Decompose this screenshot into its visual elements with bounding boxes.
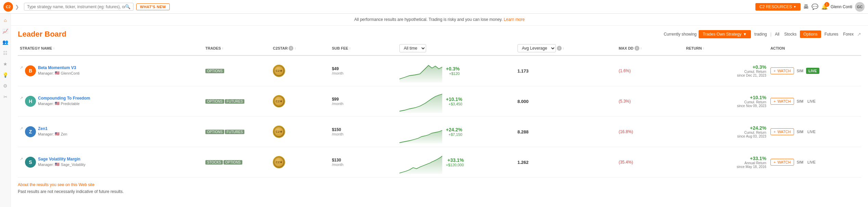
strategy-name-link[interactable]: Zen1 xyxy=(38,126,67,131)
max-dd-value: (16.8%) xyxy=(618,129,633,134)
manager-label: Manager: xyxy=(38,163,54,167)
external-link-icon[interactable]: ↗ xyxy=(20,126,23,131)
monitor-icon[interactable]: 🖶 xyxy=(803,4,809,10)
sidebar-item-star[interactable]: ★ xyxy=(2,60,9,68)
search-input[interactable] xyxy=(27,4,125,9)
col-strategy-name: STRATEGY NAME ↕ xyxy=(18,41,203,55)
watch-button[interactable]: + WATCH xyxy=(770,67,794,74)
manager-label: Manager: xyxy=(38,132,54,136)
sort-subfee-icon[interactable]: ↕ xyxy=(349,47,351,50)
maxdd-info-icon[interactable]: i xyxy=(635,46,639,51)
live-badge[interactable]: LIVE xyxy=(806,68,819,74)
live-button[interactable]: LIVE xyxy=(806,159,817,165)
manager-name: Predictable xyxy=(61,102,79,106)
sidebar-item-settings[interactable]: ⚙ xyxy=(2,82,9,90)
watch-button[interactable]: + WATCH xyxy=(770,159,794,166)
sub-fee-cell: $49 /month xyxy=(330,55,397,86)
tag-options: OPTIONS xyxy=(205,69,224,73)
sort-maxdd-icon[interactable]: ↕ xyxy=(640,47,642,50)
bottom-note: About the results you see on this Web si… xyxy=(11,178,868,197)
action-cell: + WATCH SIM LIVE xyxy=(768,117,861,147)
filter-stocks[interactable]: Stocks xyxy=(783,32,798,37)
strategy-avatar: H xyxy=(25,96,36,107)
filter-all[interactable]: All xyxy=(774,32,781,37)
watch-button[interactable]: + WATCH xyxy=(770,98,794,105)
return-type: Cumul. Return xyxy=(686,100,766,104)
filter-trading[interactable]: trading xyxy=(753,32,768,37)
leverage-filter-select[interactable]: Avg Leverage xyxy=(518,44,556,52)
filter-futures[interactable]: Futures xyxy=(823,32,840,37)
sidebar-item-home[interactable]: ⌂ xyxy=(2,16,9,24)
leverage-info-icon[interactable]: i xyxy=(557,46,562,51)
trades-own-strategy-button[interactable]: Trades Own Strategy ▼ xyxy=(699,30,751,38)
leverage-cell: 1.262 xyxy=(515,147,617,178)
filter-forex[interactable]: Forex xyxy=(842,32,855,37)
sort-return-icon[interactable]: ↕ xyxy=(703,47,704,50)
c2star-info-icon[interactable]: i xyxy=(289,46,293,51)
return-pct-large: +33.1% xyxy=(686,156,766,161)
external-link-icon[interactable]: ↗ xyxy=(857,31,861,37)
chat-icon[interactable]: 💬 xyxy=(812,3,818,10)
return-type: Annual Return xyxy=(686,161,766,165)
sub-fee-cell: $130 /month xyxy=(330,147,397,178)
c2star-medal: C2★ xyxy=(273,156,285,168)
sim-button[interactable]: SIM xyxy=(795,68,805,74)
sort-leverage-icon[interactable]: ↕ xyxy=(563,47,564,50)
learn-more-link[interactable]: Learn more xyxy=(504,17,525,22)
filter-options-button[interactable]: Options xyxy=(800,30,821,38)
sim-button[interactable]: SIM xyxy=(795,159,805,165)
strategy-name-link[interactable]: Sage Volatility Margin xyxy=(38,157,86,161)
sim-button[interactable]: SIM xyxy=(795,129,805,135)
top-nav: C2 ❯ 🔍 WHAT'S NEW C2 RESOURCES ▼ 🖶 💬 🔔 1… xyxy=(0,0,868,14)
notification-bell-icon[interactable]: 🔔 1 xyxy=(821,3,828,10)
manager-info: Manager: 🇺🇸 Predictable xyxy=(38,101,90,106)
chevron-down-icon: ▼ xyxy=(743,32,747,37)
watch-button[interactable]: + WATCH xyxy=(770,128,794,135)
strategy-name-link[interactable]: Beta Momentum V3 xyxy=(38,65,80,70)
sidebar-item-lightbulb[interactable]: 💡 xyxy=(2,71,9,79)
external-link-icon[interactable]: ↗ xyxy=(20,96,23,100)
live-button[interactable]: LIVE xyxy=(806,98,817,104)
return-detail-cell: +0.3% Cumul. Return since Dec 21, 2023 xyxy=(684,55,768,86)
tag-options: OPTIONS xyxy=(205,130,224,134)
col-return: RETURN ↕ xyxy=(684,41,768,55)
external-link-icon[interactable]: ↗ xyxy=(20,157,23,161)
sort-strategy-icon[interactable]: ↕ xyxy=(53,47,55,50)
currently-showing-label: Currently showing xyxy=(664,32,697,37)
sidebar-item-scissors[interactable]: ✂ xyxy=(2,93,9,101)
whats-new-button[interactable]: WHAT'S NEW xyxy=(136,3,170,10)
col-trades: TRADES ↕ xyxy=(203,41,271,55)
chevron-down-icon: ▼ xyxy=(793,5,796,9)
about-results-link[interactable]: About the results you see on this Web si… xyxy=(18,182,94,187)
manager-label: Manager: xyxy=(38,102,54,106)
manager-name: Zen xyxy=(61,132,67,136)
sort-c2star-icon[interactable]: ↕ xyxy=(294,47,296,50)
strategy-name-link[interactable]: Compounding To Freedom xyxy=(38,96,90,101)
col-leverage-filter: Avg Leverage i ↕ xyxy=(515,41,617,55)
search-icon[interactable]: 🔍 xyxy=(125,4,130,9)
time-filter-select[interactable]: All time xyxy=(399,44,426,52)
table-row: ↗ Z Zen1 Manager: 🇺🇸 Zen OPTIONSFUTURES … xyxy=(18,117,861,147)
sidebar-item-bar-chart[interactable]: ☷ xyxy=(2,49,9,57)
sort-trades-icon[interactable]: ↕ xyxy=(222,47,224,50)
leaderboard-title: Leader Board xyxy=(18,30,664,39)
avatar[interactable]: GC xyxy=(855,2,865,12)
strategy-avatar: Z xyxy=(25,126,36,137)
nav-right: C2 RESOURCES ▼ 🖶 💬 🔔 1 Glenn Conti GC xyxy=(755,2,865,12)
sidebar-item-people[interactable]: 👥 xyxy=(2,38,9,46)
leaderboard-header: Leader Board Currently showing Trades Ow… xyxy=(11,26,868,41)
sparkline-chart xyxy=(399,89,444,114)
external-link-icon[interactable]: ↗ xyxy=(20,65,23,70)
trades-cell: OPTIONS xyxy=(203,55,271,86)
live-button[interactable]: LIVE xyxy=(806,129,817,135)
filter-bar: Currently showing Trades Own Strategy ▼ … xyxy=(664,30,861,38)
sidebar-item-chart[interactable]: 📈 xyxy=(2,27,9,35)
return-detail-cell: +33.1% Annual Return since May 18, 2016 xyxy=(684,147,768,178)
table-row: ↗ B Beta Momentum V3 Manager: 🇺🇸 GlennCo… xyxy=(18,55,861,86)
disclaimer-text: All performance results are hypothetical… xyxy=(354,17,502,22)
c2-resources-button[interactable]: C2 RESOURCES ▼ xyxy=(755,3,801,11)
manager-info: Manager: 🇺🇸 Sage_Volatility xyxy=(38,162,86,167)
sim-button[interactable]: SIM xyxy=(795,98,805,104)
sparkline-chart xyxy=(399,59,444,83)
return-mini: +10.1% +$3,450 xyxy=(446,96,462,106)
